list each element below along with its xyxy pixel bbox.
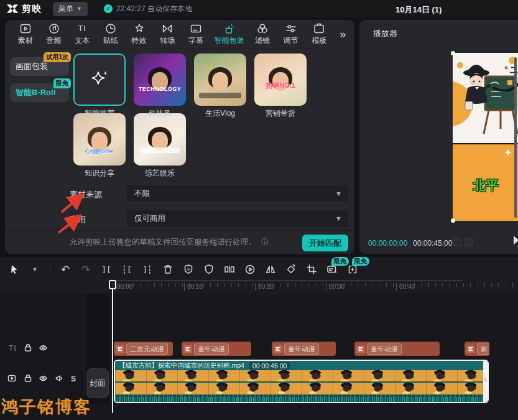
free-badge: 限免 [352, 257, 369, 266]
marketing-thumbnail: 热销NO.1 [254, 54, 307, 106]
tab-effects[interactable]: 特效 [125, 22, 154, 46]
tab-media[interactable]: 素材 [11, 22, 40, 46]
mirror-layout-button[interactable] [224, 263, 235, 276]
text-clip-label: 二次元动漫 [127, 344, 167, 354]
tab-templates[interactable]: 模板 [305, 22, 334, 46]
tile-label: 综艺娱乐 [130, 168, 190, 179]
material-source-select[interactable]: 不限 ▼ [127, 185, 348, 202]
style-tile-smart-recommend[interactable] [73, 54, 126, 106]
tab-label: 音频 [47, 35, 62, 46]
speaker-icon[interactable] [55, 374, 63, 383]
capcut-logo-icon [6, 4, 19, 14]
smart-cutout-button[interactable]: AI [183, 263, 194, 276]
knowledge-thumbnail: 心动的offer [73, 113, 126, 166]
smart-caption-button[interactable]: 限免 [326, 263, 338, 276]
quality-grid-icon[interactable] [454, 238, 462, 246]
tab-transitions[interactable]: 转场 [153, 22, 182, 46]
playhead-line[interactable] [112, 289, 113, 413]
upload-consent-hint: 允许剪映上传将您的草稿文件回传至服务端进行处理。 ⓘ [70, 237, 269, 248]
tab-audio[interactable]: 音频 [40, 22, 68, 46]
tab-adjust[interactable]: 调节 [277, 22, 305, 46]
style-tile-marketing[interactable]: 热销NO.1 [254, 54, 307, 106]
flip-button[interactable] [265, 263, 276, 276]
freeze-frame-button[interactable] [244, 263, 256, 276]
eye-icon[interactable] [39, 343, 48, 352]
ruler-label: 00:10 [184, 283, 203, 291]
tab-label: 模板 [312, 35, 326, 46]
tab-text[interactable]: TI 文本 [68, 22, 96, 46]
s-toggle[interactable]: S [71, 375, 76, 383]
select-tool-dropdown[interactable]: ▼ [29, 263, 40, 276]
app-logo[interactable]: 剪映 [6, 3, 42, 15]
video-clip-titlebar: 【城市古韵】探索中国城市的历史别称.mp4 00:00:45:00 [115, 361, 488, 370]
text-clip[interactable]: 童年动漫 [272, 342, 336, 356]
timeline-ruler[interactable]: 00:00 00:10 00:20 00:30 00:40 [0, 281, 518, 294]
play-button-partial[interactable] [514, 236, 518, 245]
delete-left-button[interactable]: ┆[ [121, 263, 132, 276]
text-clip[interactable]: 童年动漫 [182, 342, 251, 356]
selection-handle[interactable] [451, 218, 455, 223]
delete-button[interactable] [162, 263, 173, 276]
sidebar-item-smart-broll[interactable]: 智能B-Roll 限免 [10, 83, 69, 102]
commercial-select[interactable]: 仅可商用 ▼ [127, 210, 348, 226]
sparkle-icon: ✦ [504, 147, 512, 159]
crop-button[interactable] [306, 263, 317, 276]
text-clip-icon [116, 345, 124, 353]
tab-filters[interactable]: 滤镜 [248, 22, 277, 46]
text-clip[interactable]: 新 [465, 342, 489, 356]
sidebar-item-label: 画面包装 [16, 62, 48, 71]
player-panel: 播放器 [359, 20, 518, 254]
material-source-label: 素材来源 [70, 189, 102, 200]
tab-label: 滤镜 [255, 35, 270, 46]
style-tile-vlog[interactable] [194, 54, 246, 106]
sidebar-item-frame-pack[interactable]: 画面包装 试用1次 [10, 57, 69, 76]
auto-beat-button[interactable]: 限免 [347, 263, 358, 276]
select-tool-button[interactable] [9, 263, 20, 276]
chevron-down-icon: ▼ [76, 6, 82, 12]
style-tile-knowledge[interactable]: 心动的offer [73, 113, 126, 166]
trim-handle-right[interactable] [483, 361, 488, 402]
info-icon[interactable]: ⓘ [261, 237, 269, 248]
style-tile-tech[interactable]: TECHNOLOGY [134, 54, 186, 106]
lock-icon[interactable] [24, 343, 32, 352]
video-track-icon [7, 374, 16, 383]
free-badge: 限免 [331, 257, 349, 266]
redo-button[interactable]: ↷ [80, 263, 91, 276]
text-clip[interactable]: 童年动漫 [354, 342, 440, 356]
text-clip[interactable]: 二次元动漫 [114, 342, 173, 356]
project-title: 10月14日 (1) [395, 4, 442, 16]
rotate-button[interactable] [285, 263, 297, 276]
ratio-grid-icon[interactable] [465, 238, 473, 246]
lock-icon[interactable] [24, 374, 32, 383]
variety-thumbnail [134, 113, 186, 166]
toolbar-more-button[interactable]: » [335, 28, 351, 41]
undo-button[interactable]: ↶ [60, 263, 71, 276]
playhead-timecode: 00:00:00:00 [368, 239, 407, 248]
tab-sticker[interactable]: 贴纸 [96, 22, 125, 46]
preview-lower-card: ✦ 北平 [453, 144, 518, 221]
text-clip-label: 童年动漫 [368, 344, 401, 354]
title-bar: 剪映 菜单 ▼ ✓ 22:42:27 自动保存本地 10月14日 (1) [0, 0, 518, 17]
tile-label: 营销带货 [251, 108, 310, 119]
tab-smart-pack[interactable]: 智能包装 [210, 22, 249, 46]
scrollbar[interactable] [514, 57, 517, 218]
app-logo-text: 剪映 [22, 3, 42, 15]
tab-captions[interactable]: 字幕 [182, 22, 210, 46]
split-button[interactable]: ][ [101, 263, 112, 276]
start-match-button[interactable]: 开始匹配 [302, 235, 348, 251]
video-clip[interactable]: 【城市古韵】探索中国城市的历史别称.mp4 00:00:45:00 [114, 360, 489, 403]
eye-icon[interactable] [39, 374, 48, 383]
preview-canvas[interactable]: 二次 ✦ 北平 [453, 53, 518, 221]
selection-handle[interactable] [451, 51, 455, 55]
audio-waveform [115, 394, 488, 402]
tab-label: 转场 [160, 35, 175, 46]
mask-button[interactable] [203, 263, 215, 276]
thumbnail-overlay-text: TECHNOLOGY [134, 86, 186, 92]
menu-button-label: 菜单 [58, 4, 73, 14]
style-tile-variety[interactable] [134, 113, 186, 166]
resource-toolbar: 素材 音频 TI 文本 贴纸 特效 转场 [5, 20, 354, 49]
playhead-handle[interactable] [109, 280, 116, 289]
cover-button[interactable]: 封面 [86, 368, 109, 398]
delete-right-button[interactable]: ]┆ [142, 263, 153, 276]
menu-button[interactable]: 菜单 ▼ [53, 2, 88, 16]
